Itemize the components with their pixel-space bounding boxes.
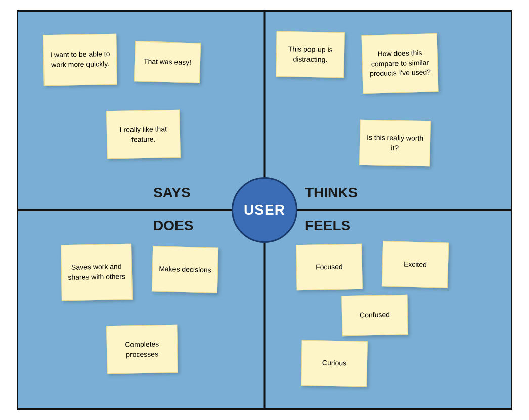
does-label: DOES xyxy=(153,218,193,234)
feels-label: FEELS xyxy=(305,218,350,234)
note-feels-2: Excited xyxy=(382,241,449,288)
note-says-2: That was easy! xyxy=(134,41,201,83)
note-says-1: I want to be able to work more quickly. xyxy=(43,34,117,86)
note-feels-4: Curious xyxy=(301,340,368,387)
note-feels-1: Focused xyxy=(296,244,363,290)
thinks-label: THINKS xyxy=(305,185,358,201)
note-thinks-1: This pop-up is distracting. xyxy=(276,31,345,78)
note-does-2: Makes decisions xyxy=(152,246,218,293)
center-label: USER xyxy=(244,202,285,218)
empathy-map: USER SAYS THINKS DOES FEELS I want to be… xyxy=(17,10,512,410)
note-says-3: I really like that feature. xyxy=(106,110,181,159)
user-circle: USER xyxy=(232,177,297,243)
note-feels-3: Confused xyxy=(341,295,408,336)
note-thinks-3: Is this really worth it? xyxy=(359,120,431,166)
note-does-3: Completes processes xyxy=(106,325,178,374)
note-thinks-2: How does this compare to similar product… xyxy=(362,33,439,94)
says-label: SAYS xyxy=(153,185,191,201)
note-does-1: Saves work and shares with others xyxy=(61,244,133,301)
